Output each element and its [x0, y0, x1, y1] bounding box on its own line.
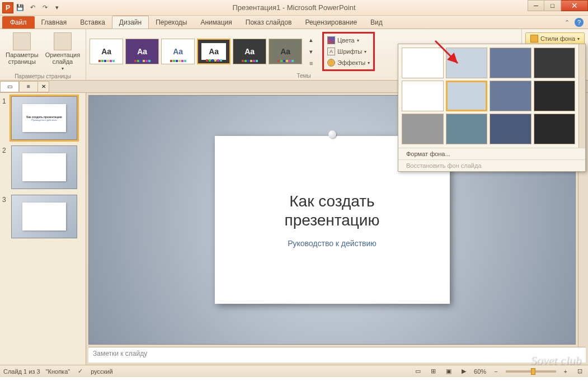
background-swatch[interactable] [534, 81, 576, 111]
background-swatch-grid [398, 44, 578, 148]
window-title: Презентация1 - Microsoft PowerPoint [0, 3, 588, 12]
dropdown-scrollbar[interactable] [578, 44, 585, 148]
status-bar: Слайд 1 из 3 "Кнопка" ✓ русский ▭ ⊞ ▣ ▶ … [0, 365, 588, 377]
theme-name: "Кнопка" [46, 368, 70, 375]
background-swatch[interactable] [490, 114, 531, 144]
background-swatch[interactable] [446, 81, 488, 111]
thumbnail-number: 1 [2, 96, 9, 140]
theme-thumbnail[interactable]: Aa [161, 39, 195, 64]
save-icon[interactable]: 💾 [15, 2, 26, 13]
background-styles-icon [530, 35, 538, 43]
theme-thumbnail[interactable]: Aa [125, 39, 159, 64]
thumbnail-slide[interactable]: Как создать презентацию Руководство к де… [11, 96, 77, 140]
sorter-view-icon[interactable]: ⊞ [429, 368, 438, 375]
undo-icon[interactable]: ↶ [27, 2, 38, 13]
close-button[interactable]: ✕ [561, 0, 588, 11]
slide-counter: Слайд 1 из 3 [3, 368, 40, 375]
tab-animation[interactable]: Анимация [194, 16, 238, 29]
effects-icon [327, 59, 335, 67]
slide-subtitle[interactable]: Руководство к действию [288, 239, 377, 248]
page-setup-button[interactable]: Параметры страницы [3, 31, 41, 72]
thumbnail-item[interactable]: 3 [2, 195, 83, 238]
tab-design[interactable]: Дизайн [112, 16, 149, 29]
window-controls: ─ □ ✕ [528, 0, 588, 11]
background-swatch[interactable] [446, 114, 488, 144]
app-icon[interactable]: P [2, 2, 13, 13]
page-setup-group: Параметры страницы Ориентация слайда ▾ П… [0, 29, 86, 80]
background-swatch[interactable] [446, 48, 488, 78]
help-icon[interactable]: ? [575, 18, 584, 27]
thumbnail-slide[interactable] [11, 195, 77, 238]
theme-thumbnail[interactable]: Aa [233, 39, 266, 64]
title-bar: P 💾 ↶ ↷ ▾ Презентация1 - Microsoft Power… [0, 0, 588, 16]
themes-scroll-down-icon[interactable]: ▾ [305, 46, 317, 57]
fit-to-window-icon[interactable]: ⊡ [575, 368, 585, 375]
group-label: Параметры страницы [3, 72, 82, 79]
zoom-slider[interactable] [506, 370, 556, 373]
slide-orientation-button[interactable]: Ориентация слайда ▾ [43, 31, 82, 72]
background-swatch[interactable] [534, 114, 576, 144]
theme-thumbnail[interactable]: Aa [197, 39, 231, 64]
reset-background-item: Восстановить фон слайда [398, 159, 585, 171]
slideshow-view-icon[interactable]: ▶ [459, 368, 468, 375]
thumbnail-slide[interactable] [11, 145, 77, 189]
minimize-ribbon-icon[interactable]: ⌃ [562, 18, 571, 27]
background-swatch[interactable] [490, 81, 531, 111]
normal-view-icon[interactable]: ▭ [413, 368, 423, 375]
pin-icon [328, 130, 336, 138]
orientation-icon [54, 32, 72, 50]
zoom-level[interactable]: 60% [474, 368, 486, 375]
slide-title[interactable]: Как создать презентацию [284, 192, 379, 229]
minimize-button[interactable]: ─ [528, 0, 544, 11]
file-tab[interactable]: Файл [2, 16, 35, 29]
tab-transitions[interactable]: Переходы [149, 16, 194, 29]
quick-access-toolbar: P 💾 ↶ ↷ ▾ [0, 2, 63, 13]
colors-icon [327, 36, 335, 44]
reading-view-icon[interactable]: ▣ [444, 368, 454, 375]
zoom-out-button[interactable]: − [492, 368, 500, 375]
background-swatch[interactable] [402, 114, 444, 144]
slides-view-tab[interactable]: ▭ [0, 81, 19, 92]
close-pane-button[interactable]: ✕ [38, 81, 49, 92]
page-setup-icon [13, 32, 31, 50]
annotation-highlight: Цвета▾ A Шрифты▾ Эффекты▾ [322, 32, 375, 71]
format-background-item[interactable]: Формат фона... [398, 148, 585, 159]
zoom-in-button[interactable]: + [562, 368, 570, 375]
theme-thumbnail[interactable]: Aa [90, 39, 123, 64]
colors-button[interactable]: Цвета▾ [325, 35, 372, 46]
qat-customize-icon[interactable]: ▾ [51, 2, 63, 13]
background-styles-dropdown: Формат фона... Восстановить фон слайда [398, 44, 586, 172]
background-swatch[interactable] [402, 48, 444, 78]
tab-insert[interactable]: Вставка [73, 16, 112, 29]
outline-view-tab[interactable]: ≡ [19, 81, 38, 92]
themes-more-icon[interactable]: ≡ [305, 58, 317, 69]
ribbon-tab-strip: Файл Главная Вставка Дизайн Переходы Ани… [0, 16, 588, 29]
spellcheck-icon[interactable]: ✓ [76, 368, 85, 375]
language-indicator[interactable]: русский [91, 368, 112, 375]
tab-review[interactable]: Рецензирование [298, 16, 364, 29]
thumbnail-item[interactable]: 1 Как создать презентацию Руководство к … [2, 96, 83, 140]
thumbnail-number: 3 [2, 195, 9, 238]
notes-input[interactable]: Заметки к слайду [88, 347, 586, 363]
thumbnail-pane: 1 Как создать презентацию Руководство к … [0, 93, 86, 365]
ribbon-help-area: ⌃ ? [562, 18, 584, 27]
themes-scroll-up-icon[interactable]: ▴ [305, 34, 317, 45]
thumbnail-number: 2 [2, 145, 9, 189]
background-swatch[interactable] [490, 48, 531, 78]
tab-view[interactable]: Вид [364, 16, 389, 29]
background-styles-button[interactable]: Стили фона ▾ [525, 32, 585, 45]
thumbnail-item[interactable]: 2 [2, 145, 83, 189]
theme-thumbnail[interactable]: Aa [269, 39, 302, 64]
redo-icon[interactable]: ↷ [39, 2, 50, 13]
background-swatch[interactable] [534, 48, 576, 78]
fonts-icon: A [327, 48, 335, 55]
background-swatch[interactable] [402, 81, 444, 111]
effects-button[interactable]: Эффекты▾ [325, 57, 372, 68]
tab-home[interactable]: Главная [35, 16, 74, 29]
maximize-button[interactable]: □ [544, 0, 561, 11]
tab-slideshow[interactable]: Показ слайдов [239, 16, 299, 29]
fonts-button[interactable]: A Шрифты▾ [325, 46, 372, 57]
